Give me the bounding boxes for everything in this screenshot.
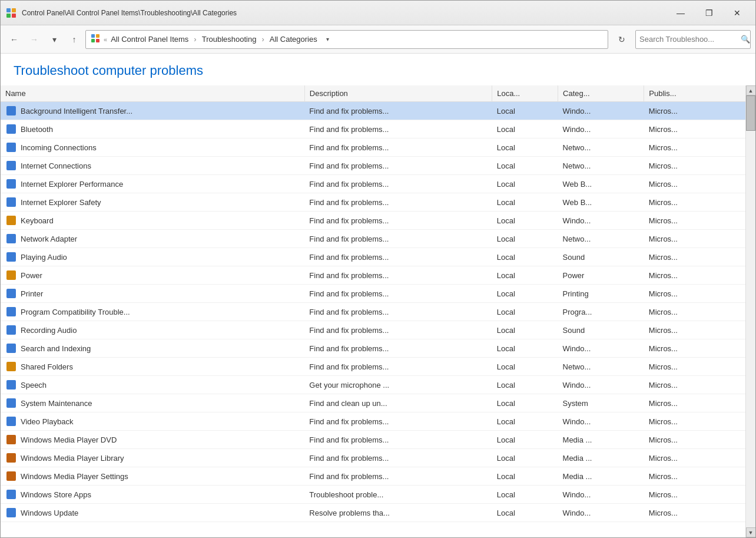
up-button[interactable]: ↑ xyxy=(65,31,83,48)
cell-location: Local xyxy=(492,376,558,394)
table-row[interactable]: Program Compatibility Trouble... Find an… xyxy=(1,303,745,321)
table-row[interactable]: Playing Audio Find and fix problems... L… xyxy=(1,248,745,266)
svg-rect-13 xyxy=(6,197,16,207)
table-row[interactable]: Search and Indexing Find and fix problem… xyxy=(1,339,745,358)
cell-publisher: Micros... xyxy=(644,102,745,120)
dropdown-button[interactable]: ▾ xyxy=(45,31,63,48)
item-icon xyxy=(5,415,17,427)
col-header-category[interactable]: Categ... xyxy=(558,85,644,102)
address-bar[interactable]: « All Control Panel Items › Troubleshoot… xyxy=(85,30,608,49)
col-header-publisher[interactable]: Publis... xyxy=(644,85,745,102)
svg-rect-24 xyxy=(6,398,16,408)
breadcrumb-part1[interactable]: All Control Panel Items xyxy=(111,35,188,44)
table-row[interactable]: Incoming Connections Find and fix proble… xyxy=(1,138,745,157)
back-button[interactable]: ← xyxy=(5,31,23,48)
scrollbar-thumb-area[interactable] xyxy=(746,95,755,527)
table-row[interactable]: Recording Audio Find and fix problems...… xyxy=(1,321,745,339)
table-row[interactable]: Keyboard Find and fix problems... Local … xyxy=(1,212,745,230)
chevron-down-icon: ▾ xyxy=(52,35,57,44)
cell-location: Local xyxy=(492,321,558,339)
svg-rect-12 xyxy=(6,179,16,189)
col-header-description[interactable]: Description xyxy=(304,85,492,102)
cell-name: Windows Media Player Settings xyxy=(1,467,304,486)
item-icon xyxy=(5,470,17,482)
table-row[interactable]: Video Playback Find and fix problems... … xyxy=(1,412,745,431)
table-row[interactable]: Background Intelligent Transfer... Find … xyxy=(1,102,745,120)
cell-name: Shared Folders xyxy=(1,358,304,376)
cell-publisher: Micros... xyxy=(644,467,745,486)
scrollbar-thumb[interactable] xyxy=(746,95,755,131)
item-icon xyxy=(5,141,17,153)
address-dropdown-button[interactable]: ▾ xyxy=(321,31,335,48)
cell-category: Windo... xyxy=(558,102,644,120)
main-window: Control Panel\All Control Panel Items\Tr… xyxy=(0,0,756,538)
search-icon[interactable]: 🔍 xyxy=(741,35,750,44)
table-row[interactable]: Shared Folders Find and fix problems... … xyxy=(1,358,745,376)
svg-rect-20 xyxy=(6,325,16,335)
table-row[interactable]: Printer Find and fix problems... Local P… xyxy=(1,285,745,303)
item-name-text: Network Adapter xyxy=(21,235,77,243)
maximize-button[interactable]: ❐ xyxy=(695,4,722,22)
cell-description: Find and fix problems... xyxy=(304,193,492,212)
cell-category: Media ... xyxy=(558,449,644,467)
table-row[interactable]: Windows Media Player Library Find and fi… xyxy=(1,449,745,467)
table-header-row: Name Description Loca... Categ... Publis… xyxy=(1,85,745,102)
close-button[interactable]: ✕ xyxy=(724,4,751,22)
table-row[interactable]: Power Find and fix problems... Local Pow… xyxy=(1,266,745,285)
svg-rect-25 xyxy=(6,417,16,426)
cell-category: Progra... xyxy=(558,303,644,321)
search-bar[interactable]: 🔍 xyxy=(635,30,751,49)
item-name-text: Program Compatibility Trouble... xyxy=(21,308,130,316)
cell-location: Local xyxy=(492,138,558,157)
cell-category: Sound xyxy=(558,321,644,339)
cell-description: Find and fix problems... xyxy=(304,285,492,303)
cell-location: Local xyxy=(492,157,558,175)
search-input[interactable] xyxy=(639,35,738,44)
item-name-text: Keyboard xyxy=(21,216,54,225)
cell-description: Find and fix problems... xyxy=(304,102,492,120)
table-row[interactable]: Internet Explorer Safety Find and fix pr… xyxy=(1,193,745,212)
cell-location: Local xyxy=(492,394,558,412)
table-row[interactable]: Network Adapter Find and fix problems...… xyxy=(1,230,745,248)
table-row[interactable]: Internet Explorer Performance Find and f… xyxy=(1,175,745,193)
cell-publisher: Micros... xyxy=(644,486,745,504)
table-row[interactable]: System Maintenance Find and clean up un.… xyxy=(1,394,745,412)
table-row[interactable]: Speech Get your microphone ... Local Win… xyxy=(1,376,745,394)
cell-description: Find and fix problems... xyxy=(304,412,492,431)
svg-rect-2 xyxy=(6,14,11,18)
table-row[interactable]: Internet Connections Find and fix proble… xyxy=(1,157,745,175)
cell-location: Local xyxy=(492,248,558,266)
scrollbar-down-button[interactable]: ▼ xyxy=(746,527,756,537)
col-header-name[interactable]: Name xyxy=(1,85,304,102)
svg-rect-15 xyxy=(6,234,16,243)
cell-description: Find and fix problems... xyxy=(304,339,492,358)
item-icon xyxy=(5,324,17,336)
cell-publisher: Micros... xyxy=(644,157,745,175)
cell-publisher: Micros... xyxy=(644,303,745,321)
refresh-button[interactable]: ↻ xyxy=(613,31,631,48)
col-header-location[interactable]: Loca... xyxy=(492,85,558,102)
svg-rect-16 xyxy=(6,252,16,262)
cell-description: Find and clean up un... xyxy=(304,394,492,412)
breadcrumb-part3[interactable]: All Categories xyxy=(270,35,317,44)
table-row[interactable]: Windows Media Player Settings Find and f… xyxy=(1,467,745,486)
cell-location: Local xyxy=(492,230,558,248)
cell-name: Keyboard xyxy=(1,212,304,230)
scrollbar-up-button[interactable]: ▲ xyxy=(746,85,756,95)
minimize-button[interactable]: — xyxy=(667,4,694,22)
table-row[interactable]: Windows Media Player DVD Find and fix pr… xyxy=(1,431,745,449)
cell-publisher: Micros... xyxy=(644,431,745,449)
cell-description: Find and fix problems... xyxy=(304,138,492,157)
cell-name: Power xyxy=(1,266,304,285)
table-row[interactable]: Windows Update Resolve problems tha... L… xyxy=(1,504,745,522)
cell-category: Sound xyxy=(558,248,644,266)
table-row[interactable]: Windows Store Apps Troubleshoot proble..… xyxy=(1,486,745,504)
item-icon xyxy=(5,288,17,299)
forward-button[interactable]: → xyxy=(25,31,43,48)
table-row[interactable]: Bluetooth Find and fix problems... Local… xyxy=(1,120,745,138)
cell-category: Netwo... xyxy=(558,157,644,175)
breadcrumb-part2[interactable]: Troubleshooting xyxy=(202,35,257,44)
cell-location: Local xyxy=(492,212,558,230)
table-scroll[interactable]: Name Description Loca... Categ... Publis… xyxy=(1,85,745,537)
cell-publisher: Micros... xyxy=(644,138,745,157)
